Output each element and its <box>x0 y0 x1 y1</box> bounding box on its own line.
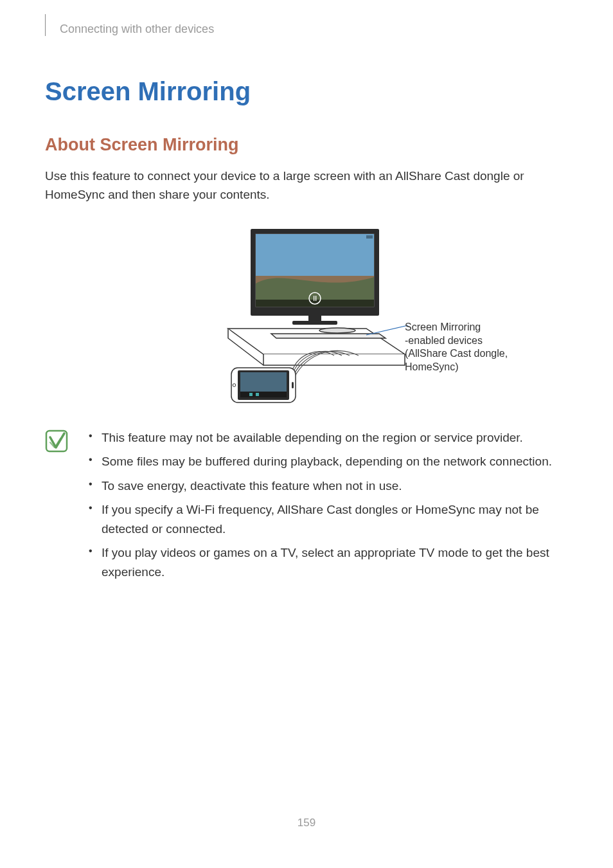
svg-point-0 <box>319 328 355 333</box>
list-item: If you play videos or games on a TV, sel… <box>86 543 568 581</box>
callout-label: Screen Mirroring -enabled devices (AllSh… <box>405 321 533 374</box>
svg-rect-19 <box>292 382 294 388</box>
section-subtitle: About Screen Mirroring <box>45 135 568 155</box>
running-header-text: Connecting with other devices <box>60 23 214 36</box>
list-item: If you specify a Wi-Fi frequency, AllSha… <box>86 500 568 538</box>
list-item: This feature may not be available depend… <box>86 428 568 447</box>
svg-rect-10 <box>308 316 321 321</box>
svg-rect-11 <box>292 321 337 325</box>
note-icon <box>45 429 68 453</box>
list-item: Some files may be buffered during playba… <box>86 452 568 471</box>
callout-line-2: -enabled devices <box>405 334 533 348</box>
svg-rect-15 <box>240 392 287 397</box>
callout-line-4: HomeSync) <box>405 361 533 374</box>
running-header: Connecting with other devices <box>45 19 568 39</box>
svg-line-20 <box>366 325 408 335</box>
svg-rect-8 <box>315 296 316 301</box>
page-number: 159 <box>0 817 613 829</box>
figure: Screen Mirroring -enabled devices (AllSh… <box>45 222 568 409</box>
note-block: This feature may not be available depend… <box>45 428 568 586</box>
list-item: To save energy, deactivate this feature … <box>86 476 568 495</box>
tv-phone-illustration <box>173 222 411 409</box>
header-rule <box>45 14 46 36</box>
intro-paragraph: Use this feature to connect your device … <box>45 167 568 204</box>
callout-line-3: (AllShare Cast dongle, <box>405 347 533 361</box>
svg-rect-16 <box>249 393 253 396</box>
svg-rect-9 <box>366 235 373 239</box>
svg-rect-7 <box>314 296 314 301</box>
page-title: Screen Mirroring <box>45 77 568 106</box>
svg-rect-17 <box>256 393 259 396</box>
svg-rect-5 <box>256 300 374 307</box>
callout-line-1: Screen Mirroring <box>405 321 533 334</box>
note-list: This feature may not be available depend… <box>86 428 568 586</box>
